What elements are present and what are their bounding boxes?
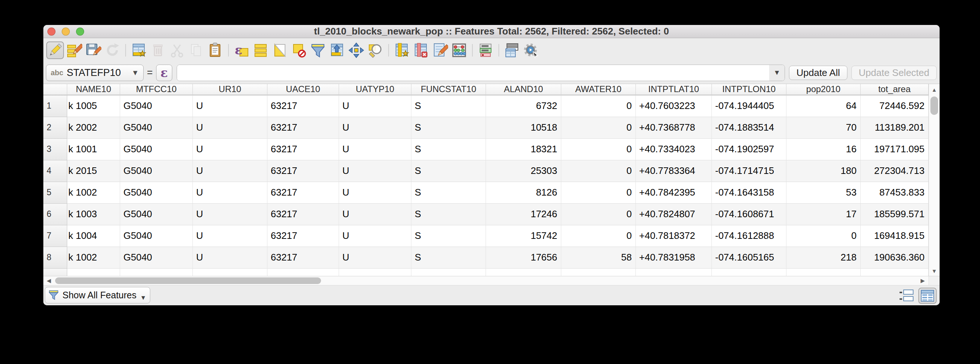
cell-tot_area[interactable]: 169418.915 [861, 225, 929, 247]
toolbar-button-select-by-expression[interactable]: ε [233, 41, 250, 59]
cell-MTFCC10[interactable]: G5040 [120, 95, 193, 117]
cell-INTPTLON10[interactable]: -074.1944405 [712, 95, 786, 117]
cell-UR10[interactable]: U [193, 139, 267, 160]
feature-filter-button[interactable]: Show All Features ▼ [45, 287, 150, 304]
toolbar-button-toggle-editing[interactable] [46, 41, 64, 59]
cell-MTFCC10[interactable]: G5040 [120, 117, 193, 139]
cell-AWATER10[interactable]: 0 [561, 160, 636, 182]
row-number[interactable]: 7 [43, 225, 67, 247]
cell-pop2010[interactable]: 64 [786, 95, 861, 117]
toolbar-button-dock-table[interactable] [503, 41, 521, 59]
cell-UACE10[interactable]: 63217 [267, 182, 339, 204]
cell-INTPTLON10[interactable]: -074.1605165 [712, 247, 786, 269]
cell-tot_area[interactable]: 87453.833 [861, 182, 929, 204]
column-header-MTFCC10[interactable]: MTFCC10 [120, 84, 193, 95]
expression-builder-button[interactable]: ε [156, 65, 172, 81]
toolbar-button-new-field[interactable] [393, 41, 410, 59]
cell-FUNCSTAT10[interactable]: S [411, 95, 486, 117]
column-header-FUNCSTAT10[interactable]: FUNCSTAT10 [411, 84, 486, 95]
cell-UR10[interactable]: U [193, 95, 267, 117]
column-header-ALAND10[interactable]: ALAND10 [486, 84, 561, 95]
cell-pop2010[interactable]: 53 [786, 182, 861, 204]
toolbar-button-move-selection-to-top[interactable] [328, 41, 346, 59]
cell-INTPTLON10[interactable]: -074.1643158 [712, 182, 786, 204]
cell-UACE10[interactable]: 63217 [267, 139, 339, 160]
scroll-right-button[interactable]: ▶ [917, 276, 928, 285]
toolbar-button-invert-selection[interactable] [271, 41, 289, 59]
cell-NAME10[interactable]: k 1003 [67, 204, 120, 225]
cell-FUNCSTAT10[interactable]: S [411, 139, 486, 160]
horizontal-scrollbar[interactable]: ◀ ▶ [43, 276, 940, 285]
toolbar-button-select-all[interactable] [252, 41, 270, 59]
cell-INTPTLON10[interactable]: -074.1902597 [712, 139, 786, 160]
cell-ALAND10[interactable]: 15742 [486, 225, 561, 247]
cell-UATYP10[interactable]: U [339, 95, 411, 117]
toolbar-button-actions[interactable] [522, 41, 540, 59]
row-number[interactable]: 4 [43, 160, 67, 182]
toolbar-button-paste[interactable] [207, 41, 224, 59]
row-number[interactable]: 5 [43, 182, 67, 204]
toolbar-button-filter-by-form[interactable] [309, 41, 327, 59]
cell-tot_area[interactable]: 185599.571 [861, 204, 929, 225]
titlebar[interactable]: tl_2010_blocks_newark_pop :: Features To… [43, 25, 940, 38]
expression-input[interactable] [177, 65, 769, 81]
corner-header[interactable] [43, 84, 67, 95]
column-header-UACE10[interactable]: UACE10 [267, 84, 339, 95]
column-header-INTPTLON10[interactable]: INTPTLON10 [712, 84, 786, 95]
row-number[interactable]: 3 [43, 139, 67, 160]
cell-UR10[interactable]: U [193, 160, 267, 182]
column-header-INTPTLAT10[interactable]: INTPTLAT10 [636, 84, 712, 95]
cell-ALAND10[interactable]: 18321 [486, 139, 561, 160]
cell-ALAND10[interactable]: 10518 [486, 117, 561, 139]
cell-UATYP10[interactable]: U [339, 225, 411, 247]
cell-UR10[interactable]: U [193, 204, 267, 225]
vertical-scrollbar-thumb[interactable] [931, 97, 938, 115]
cell-ALAND10[interactable]: 17656 [486, 247, 561, 269]
cell-NAME10[interactable]: k 1002 [67, 247, 120, 269]
cell-MTFCC10[interactable]: G5040 [120, 204, 193, 225]
cell-pop2010[interactable]: 17 [786, 204, 861, 225]
cell-AWATER10[interactable]: 0 [561, 204, 636, 225]
cell-UATYP10[interactable]: U [339, 204, 411, 225]
cell-INTPTLAT10[interactable]: +40.7368778 [636, 117, 712, 139]
cell-tot_area[interactable]: 190636.360 [861, 247, 929, 269]
cell-UR10[interactable]: U [193, 225, 267, 247]
cell-tot_area[interactable]: 272304.713 [861, 160, 929, 182]
cell-INTPTLAT10[interactable]: +40.7842395 [636, 182, 712, 204]
scroll-left-button[interactable]: ◀ [43, 276, 54, 285]
toolbar-button-delete-field[interactable] [412, 41, 430, 59]
row-number[interactable]: 2 [43, 117, 67, 139]
cell-tot_area[interactable]: 113189.201 [861, 117, 929, 139]
cell-UR10[interactable]: U [193, 182, 267, 204]
cell-FUNCSTAT10[interactable]: S [411, 117, 486, 139]
cell-UR10[interactable]: U [193, 117, 267, 139]
cell-NAME10[interactable]: k 1004 [67, 225, 120, 247]
scroll-up-button[interactable]: ▲ [929, 85, 940, 94]
cell-pop2010[interactable]: 180 [786, 160, 861, 182]
column-header-UR10[interactable]: UR10 [193, 84, 267, 95]
row-number[interactable]: 6 [43, 204, 67, 225]
cell-AWATER10[interactable]: 0 [561, 182, 636, 204]
toolbar-button-edit-attributes[interactable] [431, 41, 449, 59]
cell-pop2010[interactable]: 218 [786, 247, 861, 269]
row-number[interactable]: 8 [43, 247, 67, 269]
cell-UATYP10[interactable]: U [339, 182, 411, 204]
cell-MTFCC10[interactable]: G5040 [120, 139, 193, 160]
cell-INTPTLON10[interactable]: -074.1714715 [712, 160, 786, 182]
cell-UACE10[interactable]: 63217 [267, 247, 339, 269]
cell-FUNCSTAT10[interactable]: S [411, 182, 486, 204]
toolbar-button-save-edits[interactable] [84, 41, 102, 59]
row-number[interactable]: 1 [43, 95, 67, 117]
cell-INTPTLON10[interactable]: -074.1608671 [712, 204, 786, 225]
cell-MTFCC10[interactable]: G5040 [120, 247, 193, 269]
cell-pop2010[interactable]: 0 [786, 225, 861, 247]
cell-NAME10[interactable]: k 2015 [67, 160, 120, 182]
cell-AWATER10[interactable]: 0 [561, 139, 636, 160]
cell-ALAND10[interactable]: 8126 [486, 182, 561, 204]
cell-NAME10[interactable]: k 1002 [67, 182, 120, 204]
cell-pop2010[interactable]: 16 [786, 139, 861, 160]
cell-UATYP10[interactable]: U [339, 160, 411, 182]
cell-FUNCSTAT10[interactable]: S [411, 247, 486, 269]
cell-MTFCC10[interactable]: G5040 [120, 160, 193, 182]
cell-INTPTLAT10[interactable]: +40.7818372 [636, 225, 712, 247]
